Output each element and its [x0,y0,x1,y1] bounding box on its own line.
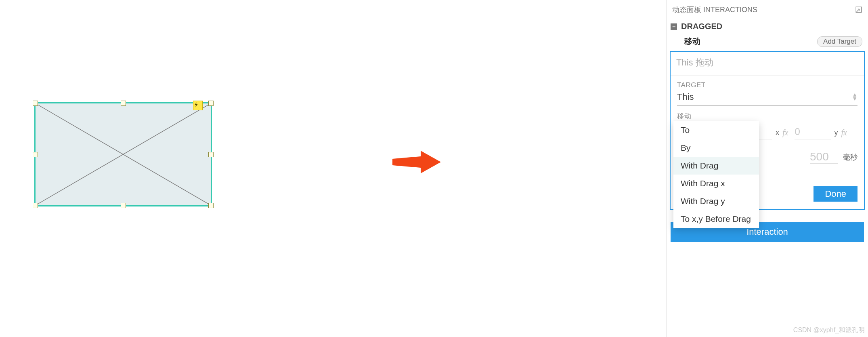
resize-handle-tr[interactable] [208,101,214,106]
dropdown-item-with-drag-y[interactable]: With Drag y [673,192,759,210]
resize-handle-mr[interactable] [208,152,214,157]
watermark: CSDN @xyphf_和派孔明 [793,326,865,335]
interaction-indicator-icon[interactable] [193,101,203,110]
resize-handle-ml[interactable] [33,152,38,157]
resize-handle-tl[interactable] [33,101,38,106]
resize-handle-bl[interactable] [33,203,38,208]
panel-header: 动态面板 INTERACTIONS [667,0,868,19]
resize-handle-bm[interactable] [121,203,126,208]
annotation-arrow-icon [392,151,441,173]
dropdown-item-to-before-drag[interactable]: To x,y Before Drag [673,210,759,228]
design-canvas[interactable] [0,0,428,337]
event-name: DRAGGED [681,22,722,31]
collapse-icon[interactable]: − [671,23,677,30]
resize-handle-br[interactable] [208,203,214,208]
dropdown-item-by[interactable]: By [673,139,759,157]
done-button[interactable]: Done [813,186,858,202]
y-field: 0 y fx [795,126,847,139]
target-label: TARGET [677,81,858,89]
action-name: 移动 [684,36,700,47]
panel-title: 动态面板 INTERACTIONS [672,5,757,15]
x-axis-label: x [776,128,779,137]
selected-widget[interactable] [34,102,212,206]
y-axis-label: y [834,128,838,137]
move-type-dropdown: To By With Drag With Drag x With Drag y … [673,121,759,228]
resize-handle-tm[interactable] [121,101,126,106]
target-section: TARGET This ▲▼ [671,76,864,106]
add-target-button[interactable]: Add Target [817,36,862,47]
dropdown-item-with-drag-x[interactable]: With Drag x [673,175,759,192]
duration-input[interactable]: 500 [810,150,838,164]
action-row: 移动 Add Target [667,34,868,51]
dropdown-item-with-drag[interactable]: With Drag [673,157,759,175]
action-summary: This 拖动 [671,52,864,76]
event-row[interactable]: − DRAGGED [667,19,868,34]
move-section: 移动 [671,106,864,121]
fx-icon[interactable]: fx [782,128,788,137]
duration-unit: 毫秒 [843,152,858,162]
move-label: 移动 [677,112,858,121]
dropdown-item-to[interactable]: To [673,121,759,139]
fx-icon[interactable]: fx [841,128,847,137]
panel-link-icon[interactable] [855,6,862,13]
y-input[interactable]: 0 [795,126,831,139]
target-value: This [677,92,694,102]
target-select[interactable]: This ▲▼ [677,91,858,106]
widget-placeholder-x [36,103,211,205]
chevron-updown-icon: ▲▼ [852,93,858,101]
